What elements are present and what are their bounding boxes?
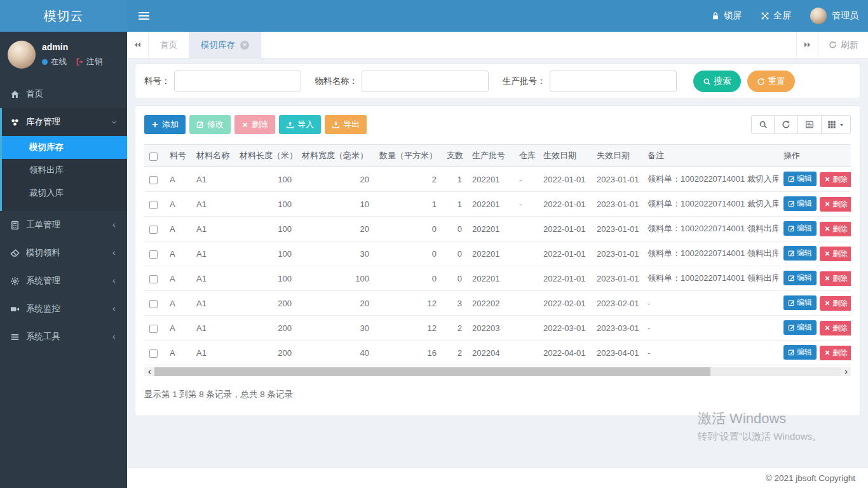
search-icon (703, 78, 711, 86)
row-edit-button[interactable]: 编辑 (783, 345, 817, 360)
lock-screen-button[interactable]: 锁屏 (702, 0, 751, 32)
row-edit-button[interactable]: 编辑 (783, 320, 817, 335)
cell-material: A1 (191, 217, 234, 241)
sign-out-icon (76, 58, 84, 66)
select-all-checkbox[interactable] (149, 152, 158, 161)
sidebar-subitem-die-cut-inventory[interactable]: 模切库存 (2, 136, 127, 159)
row-checkbox[interactable] (149, 349, 158, 358)
cell-warehouse: - (514, 192, 538, 217)
column-header[interactable]: 备注 (642, 145, 778, 167)
sidebar-item-die-cut-material[interactable]: 模切领料 (0, 239, 127, 267)
row-delete-button[interactable]: 删除 (820, 247, 851, 261)
select-all-header (144, 145, 165, 167)
delete-button[interactable]: 删除 (234, 115, 275, 134)
search-button[interactable]: 搜索 (693, 71, 741, 92)
tab-refresh-button[interactable]: 刷新 (818, 32, 868, 58)
modify-button[interactable]: 修改 (189, 115, 231, 134)
column-header[interactable]: 失效日期 (592, 145, 642, 167)
row-delete-button[interactable]: 删除 (820, 222, 851, 236)
column-header[interactable]: 数量（平方米） (374, 145, 442, 167)
material-name-input[interactable] (362, 71, 489, 92)
row-delete-button[interactable]: 删除 (820, 346, 851, 360)
row-edit-button[interactable]: 编辑 (783, 221, 817, 236)
cell-length: 200 (234, 341, 297, 365)
row-edit-button[interactable]: 编辑 (783, 271, 817, 285)
user-menu[interactable]: 管理员 (801, 0, 868, 32)
row-checkbox[interactable] (149, 201, 158, 209)
cell-warehouse (514, 291, 538, 316)
row-delete-button[interactable]: 删除 (820, 321, 851, 336)
sidebar-item-work-order-management[interactable]: 工单管理 (0, 211, 127, 239)
sidebar-item-system-tools[interactable]: 系统工具 (0, 323, 127, 351)
column-header[interactable]: 料号 (165, 145, 191, 167)
app-logo[interactable]: 模切云 (0, 0, 127, 32)
row-delete-button[interactable]: 删除 (820, 271, 851, 286)
column-header[interactable]: 生产批号 (467, 145, 514, 167)
add-button[interactable]: 添加 (144, 115, 186, 134)
row-checkbox[interactable] (149, 226, 158, 234)
modify-button-label: 修改 (207, 119, 224, 130)
row-checkbox[interactable] (149, 300, 158, 308)
sidebar-item-system-management[interactable]: 系统管理 (0, 267, 127, 295)
column-header[interactable]: 操作 (778, 145, 851, 167)
logout-link[interactable]: 注销 (76, 57, 102, 67)
table-search-toggle-button[interactable] (751, 115, 775, 134)
row-edit-button[interactable]: 编辑 (783, 172, 817, 186)
sidebar-item-inventory-management[interactable]: 库存管理 (2, 108, 127, 136)
scrollbar-thumb[interactable] (154, 367, 710, 376)
row-checkbox[interactable] (149, 176, 158, 184)
row-edit-label: 编辑 (797, 198, 812, 209)
column-header[interactable]: 支数 (442, 145, 467, 167)
column-header[interactable]: 材料长度（米） (234, 145, 297, 167)
column-header[interactable]: 材料宽度（毫米） (297, 145, 374, 167)
column-header[interactable]: 仓库 (514, 145, 538, 167)
table-columns-button[interactable] (822, 115, 851, 134)
tab-close-icon[interactable]: × (240, 41, 249, 50)
tab-home[interactable]: 首页 (149, 32, 189, 58)
batch-no-input[interactable] (550, 71, 677, 92)
column-header[interactable]: 材料名称 (191, 145, 234, 167)
row-edit-button[interactable]: 编辑 (783, 246, 817, 261)
row-edit-button[interactable]: 编辑 (783, 196, 817, 211)
cell-warehouse (514, 341, 538, 365)
row-checkbox[interactable] (149, 275, 158, 283)
scroll-right-arrow[interactable] (841, 367, 851, 376)
sidebar-toggle-button[interactable] (127, 0, 161, 32)
row-checkbox[interactable] (149, 325, 158, 333)
cell-pieces: 2 (442, 316, 467, 341)
scrollbar-track[interactable] (154, 367, 841, 376)
row-delete-button[interactable]: 删除 (820, 197, 851, 212)
cell-actions: 编辑删除 (778, 241, 851, 266)
user-avatar (8, 41, 36, 69)
scroll-left-arrow[interactable] (144, 367, 154, 376)
import-button[interactable]: 导入 (279, 115, 321, 134)
tabs-scroll-right-button[interactable] (796, 32, 818, 58)
row-delete-button[interactable]: 删除 (820, 172, 851, 187)
sidebar-item-home[interactable]: 首页 (0, 80, 127, 108)
double-chevron-left-icon (133, 41, 142, 49)
tabs-scroll-left-button[interactable] (127, 32, 149, 58)
table-view-toggle-button[interactable] (798, 115, 822, 134)
sidebar-menu: 首页库存管理模切库存领料出库裁切入库工单管理模切领料系统管理系统监控系统工具 (0, 80, 127, 351)
cell-item-no: A (165, 316, 191, 341)
column-header[interactable]: 生效日期 (538, 145, 592, 167)
sidebar-subitem-material-outbound[interactable]: 领料出库 (2, 159, 127, 182)
material-name-label: 物料名称： (315, 76, 358, 87)
sidebar-item-system-monitor[interactable]: 系统监控 (0, 295, 127, 323)
sidebar-subitem-cutting-inbound[interactable]: 裁切入库 (2, 182, 127, 205)
reset-button[interactable]: 重置 (747, 71, 795, 92)
export-button[interactable]: 导出 (325, 115, 367, 134)
row-checkbox[interactable] (149, 250, 158, 259)
fullscreen-button[interactable]: 全屏 (751, 0, 801, 32)
table-refresh-button[interactable] (775, 115, 798, 134)
row-delete-button[interactable]: 删除 (820, 296, 851, 311)
horizontal-scrollbar[interactable] (144, 367, 851, 376)
columns-grid-icon (827, 120, 836, 129)
tab-die-cut-inventory[interactable]: 模切库存 × (189, 32, 261, 58)
lock-icon (711, 11, 720, 20)
cell-actions: 编辑删除 (778, 266, 851, 291)
item-no-input[interactable] (174, 71, 301, 92)
cell-qty: 2 (374, 167, 442, 192)
row-edit-button[interactable]: 编辑 (783, 295, 817, 310)
cell-expiry-date: 2023-01-01 (592, 241, 642, 266)
